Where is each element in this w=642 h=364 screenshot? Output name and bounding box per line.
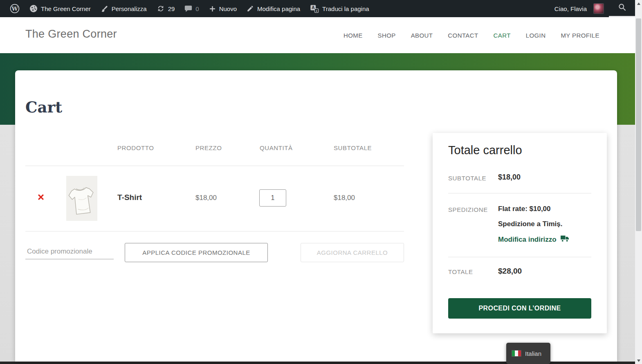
paintbrush-icon — [101, 5, 108, 13]
totals-title: Totale carrello — [448, 144, 522, 157]
site-logo-title[interactable]: The Green Corner — [25, 28, 117, 40]
subtotal-value: $18,00 — [498, 173, 521, 182]
wp-logo-menu[interactable]: W — [5, 0, 25, 17]
table-divider-bottom — [25, 231, 404, 231]
vertical-scrollbar — [635, 0, 642, 364]
scroll-down-arrow[interactable] — [635, 357, 642, 364]
shipping-method: Flat rate: $10,00 — [498, 205, 551, 213]
product-image[interactable] — [66, 176, 97, 221]
total-value: $28,00 — [498, 267, 522, 276]
site-name-menu[interactable]: The Green Corner — [25, 0, 96, 17]
customize-menu[interactable]: Personalizza — [96, 0, 152, 17]
site-header: The Green Corner HOME SHOP ABOUT CONTACT… — [0, 17, 635, 53]
update-cart-button[interactable]: AGGIORNA CARRELLO — [301, 243, 404, 262]
updates-menu[interactable]: 29 — [152, 0, 180, 17]
subtotal-label: SUBTOTALE — [448, 175, 486, 182]
remove-item-button[interactable] — [35, 191, 47, 204]
comments-count: 0 — [195, 5, 199, 12]
nav-item-about[interactable]: ABOUT — [411, 32, 433, 39]
language-switcher[interactable]: Italian — [506, 343, 550, 364]
svg-text:x: x — [316, 9, 317, 12]
column-header-product: PRODOTTO — [117, 144, 154, 151]
totals-divider — [448, 193, 591, 193]
italian-flag-icon — [512, 350, 521, 357]
updates-count: 29 — [168, 5, 175, 12]
new-content-menu[interactable]: Nuovo — [204, 0, 242, 17]
site-name-label: The Green Corner — [41, 5, 91, 12]
updates-refresh-icon — [157, 4, 165, 13]
column-header-subtotal: SUBTOTALE — [334, 144, 372, 151]
plus-icon — [209, 5, 216, 12]
shipping-destination: Spedizione a Timiș. — [498, 220, 562, 228]
cart-totals-panel: Totale carrello SUBTOTALE $18,00 SPEDIZI… — [433, 133, 607, 333]
column-header-price: PREZZO — [195, 144, 222, 151]
avatar — [593, 3, 604, 14]
nav-item-home[interactable]: HOME — [343, 32, 363, 39]
coupon-code-input[interactable] — [25, 244, 114, 259]
main-navigation: HOME SHOP ABOUT CONTACT CART LOGIN MY PR… — [343, 17, 599, 53]
nav-item-cart[interactable]: CART — [494, 32, 511, 39]
totals-divider — [448, 257, 591, 257]
wordpress-logo-icon: W — [10, 4, 20, 13]
greeting-label: Ciao, Flavia — [554, 5, 587, 12]
page-title: Cart — [25, 98, 62, 116]
translate-icon: A x — [310, 4, 319, 13]
language-label: Italian — [525, 350, 541, 357]
pencil-icon — [247, 5, 254, 12]
wp-admin-bar: W The Green Corner Personalizza — [0, 0, 635, 17]
customize-label: Personalizza — [112, 5, 147, 12]
shipping-label: SPEDIZIONE — [448, 206, 488, 213]
change-address-link[interactable]: Modifica indirizzo — [498, 235, 570, 244]
dashboard-gauge-icon — [29, 4, 38, 13]
admin-search-button[interactable] — [609, 0, 635, 17]
red-x-icon — [37, 193, 45, 202]
comments-menu[interactable]: 0 — [180, 0, 204, 17]
translate-page-menu[interactable]: A x Traduci la pagina — [305, 0, 374, 17]
svg-text:W: W — [11, 5, 18, 12]
column-header-quantity: QUANTITÀ — [260, 144, 293, 151]
apply-coupon-button[interactable]: APPLICA CODICE PROMOZIONALE — [125, 243, 268, 262]
nav-item-shop[interactable]: SHOP — [378, 32, 396, 39]
change-address-label: Modifica indirizzo — [498, 236, 557, 244]
scroll-up-arrow[interactable] — [635, 0, 642, 7]
translate-label: Traduci la pagina — [322, 5, 369, 12]
search-icon — [618, 3, 626, 13]
product-price: $18,00 — [195, 194, 217, 202]
comments-bubble-icon — [184, 5, 192, 13]
account-menu[interactable]: Ciao, Flavia — [550, 0, 609, 17]
proceed-to-checkout-button[interactable]: PROCEDI CON L’ORDINE — [448, 298, 591, 319]
nav-item-my-profile[interactable]: MY PROFILE — [561, 32, 599, 39]
new-label: Nuovo — [219, 5, 237, 12]
quantity-input[interactable] — [259, 189, 286, 207]
product-subtotal: $18,00 — [334, 194, 355, 202]
edit-page-menu[interactable]: Modifica pagina — [242, 0, 305, 17]
nav-item-login[interactable]: LOGIN — [526, 32, 546, 39]
scrollbar-thumb[interactable] — [636, 18, 641, 231]
nav-item-contact[interactable]: CONTACT — [448, 32, 478, 39]
edit-page-label: Modifica pagina — [257, 5, 300, 12]
table-divider-top — [25, 166, 404, 166]
truck-icon — [560, 235, 570, 244]
total-label: TOTALE — [448, 268, 473, 275]
product-name[interactable]: T-Shirt — [117, 193, 142, 202]
